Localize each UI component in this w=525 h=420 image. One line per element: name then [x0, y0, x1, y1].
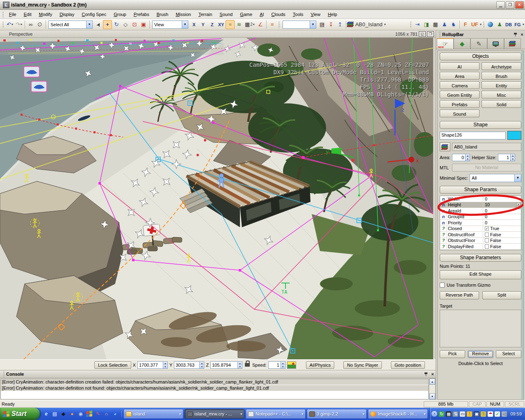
- object-type-button[interactable]: Misc: [482, 91, 521, 98]
- target-listbox[interactable]: [440, 310, 521, 347]
- param-row[interactable]: ? Closed True ▲▼: [440, 226, 521, 232]
- param-value[interactable]: 0: [485, 220, 487, 225]
- axis-constraint-button[interactable]: Z: [208, 20, 217, 29]
- flowgraph-button[interactable]: FG: [513, 20, 522, 29]
- physics-sphere-icon[interactable]: [486, 20, 495, 29]
- reverse-path-button[interactable]: Reverse Path: [440, 291, 479, 299]
- view-combo[interactable]: View▼: [152, 21, 188, 29]
- param-value[interactable]: 10: [485, 202, 490, 207]
- freeze-button[interactable]: F: [461, 20, 470, 29]
- follow-terrain-icon[interactable]: ≈: [226, 20, 235, 29]
- rollup-scrollbar[interactable]: [521, 51, 523, 399]
- current-layer-label[interactable]: AB0_Island: [354, 20, 384, 29]
- taskbar-task-button[interactable]: ImageShack® - H... ▾: [368, 409, 428, 419]
- tray-scheduler-icon[interactable]: ✓: [495, 411, 500, 417]
- layer-caret-icon[interactable]: ▾: [384, 23, 386, 26]
- console-scrollbar[interactable]: ▲▼: [429, 378, 436, 400]
- tray-chevron-icon[interactable]: ‹: [431, 411, 437, 417]
- tray-update-icon[interactable]: ↻: [439, 411, 444, 417]
- ai-person-icon[interactable]: ♟: [495, 20, 504, 29]
- taskbar-clock[interactable]: 09:59: [510, 411, 522, 416]
- no-material-button[interactable]: No Material: [452, 164, 521, 171]
- toolbar-overflow-icon[interactable]: ▾: [480, 23, 482, 26]
- helper-size-field[interactable]: 1▲▼: [498, 154, 515, 161]
- object-type-button[interactable]: Archetype Entity: [482, 62, 521, 70]
- tray-network-icon[interactable]: ⇅: [453, 411, 458, 417]
- terrain-collision-icon[interactable]: [287, 361, 296, 369]
- param-value[interactable]: 0: [485, 208, 487, 213]
- menu-item[interactable]: Prefabs: [130, 11, 153, 18]
- shape-name-input[interactable]: Shape126: [440, 132, 506, 139]
- terrain-person2-icon[interactable]: ♞: [449, 20, 458, 29]
- axis-constraint-button[interactable]: X: [189, 20, 199, 29]
- database-button[interactable]: DB: [504, 20, 513, 29]
- remove-button[interactable]: Remove: [468, 350, 493, 358]
- minimize-button[interactable]: ▁: [496, 1, 505, 9]
- minimal-spec-select[interactable]: All▼: [470, 174, 521, 182]
- param-row[interactable]: n Height 10 ▲▼: [440, 202, 521, 208]
- param-value[interactable]: True: [490, 226, 499, 231]
- param-value[interactable]: 0: [485, 214, 487, 219]
- perspective-viewport[interactable]: z y x TA: [0, 38, 433, 359]
- selection-combo[interactable]: Select All▼: [48, 21, 93, 29]
- param-row[interactable]: ? DisplayFilled False ▲▼: [440, 244, 521, 250]
- tab-display[interactable]: [487, 38, 504, 49]
- object-type-button[interactable]: Prefabs: [440, 100, 479, 108]
- console-log[interactable]: [Error] CryAnimation: character-definiti…: [0, 379, 429, 399]
- layer-list-icon[interactable]: ≡: [268, 20, 277, 29]
- objects-header[interactable]: Objects: [440, 52, 521, 60]
- close-button[interactable]: ×: [515, 1, 524, 9]
- headset-icon[interactable]: ∩: [103, 411, 110, 417]
- rotate-tool-icon[interactable]: ↻: [112, 20, 121, 29]
- ie-icon[interactable]: e: [43, 411, 49, 417]
- param-checkbox[interactable]: [485, 238, 489, 242]
- tray-volume-icon[interactable]: ◁: [502, 411, 507, 417]
- edit-shape-button[interactable]: Edit Shape: [440, 270, 521, 279]
- area-field[interactable]: 0▲▼: [452, 154, 470, 161]
- viewport-popout-icon[interactable]: ◱: [419, 31, 426, 37]
- menu-item[interactable]: AI: [256, 11, 267, 18]
- x-coord-field[interactable]: 1700.377▲▼: [137, 361, 168, 369]
- menu-item[interactable]: Brush: [153, 11, 172, 18]
- menu-item[interactable]: Modify: [35, 11, 56, 18]
- tab-terrain[interactable]: ◆: [454, 38, 470, 49]
- rollupbar-pin-icon[interactable]: [514, 32, 518, 37]
- undo-icon[interactable]: ↶▾: [5, 20, 14, 29]
- z-coord-field[interactable]: 105.8794▲▼: [210, 361, 242, 369]
- layers-stack-icon[interactable]: [347, 22, 354, 27]
- speed-field[interactable]: 1▲▼: [268, 361, 285, 369]
- start-button[interactable]: Start: [0, 408, 40, 420]
- grid-snap-icon[interactable]: ▦2▾: [244, 20, 256, 29]
- browser-globe-icon[interactable]: ◕: [112, 411, 118, 417]
- param-row[interactable]: n Priority 0 ▲▼: [440, 220, 521, 226]
- param-value[interactable]: False: [490, 238, 501, 243]
- param-row[interactable]: n AreaId 0 ▲▼: [440, 208, 521, 214]
- lock-selection-button[interactable]: Lock Selection: [94, 361, 131, 369]
- gimp-pencil-icon[interactable]: ✎: [95, 411, 101, 417]
- menu-item[interactable]: Mission: [172, 11, 194, 18]
- menu-item[interactable]: Group: [110, 11, 130, 18]
- redo-icon[interactable]: ↷▾: [14, 20, 23, 29]
- menu-item[interactable]: Help: [324, 11, 341, 18]
- firefox-icon[interactable]: ●: [69, 411, 75, 417]
- notepad-icon[interactable]: ▤: [52, 411, 58, 417]
- tray-messenger-icon[interactable]: ▭: [460, 411, 465, 417]
- move-tool-icon[interactable]: +: [103, 20, 112, 29]
- axis-constraint-button[interactable]: Y: [199, 20, 208, 29]
- import-icon[interactable]: ↥: [336, 20, 345, 29]
- menu-item[interactable]: Game: [236, 11, 256, 18]
- param-checkbox[interactable]: [485, 233, 489, 237]
- menu-item[interactable]: Edit: [20, 11, 35, 18]
- use-transform-gizmo-checkbox[interactable]: [440, 283, 445, 288]
- menu-item[interactable]: Terrain: [195, 11, 216, 18]
- tray-key-icon[interactable]: ⚿: [481, 411, 486, 417]
- menu-item[interactable]: View: [307, 11, 324, 18]
- shape-layer-button[interactable]: [440, 142, 450, 151]
- viewport-maximize-icon[interactable]: ❐: [427, 31, 434, 37]
- tray-antivirus-icon[interactable]: ☂: [488, 411, 493, 417]
- param-checkbox[interactable]: [485, 226, 489, 231]
- app-diamond-icon[interactable]: ◆: [60, 411, 66, 417]
- taskbar-task-button[interactable]: island_mrw.cry - ... ▾: [185, 409, 244, 419]
- menu-item[interactable]: File: [5, 11, 20, 18]
- menu-item[interactable]: Clouds: [268, 11, 289, 18]
